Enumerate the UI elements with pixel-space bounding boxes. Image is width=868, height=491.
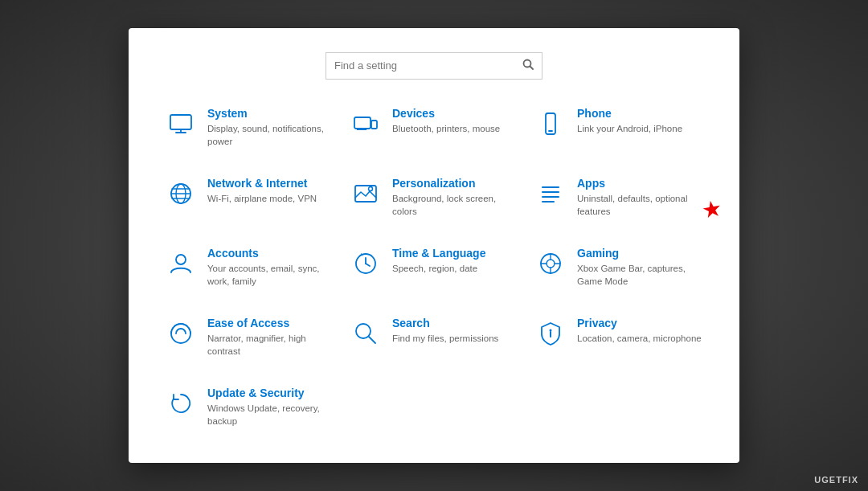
privacy-icon [535,318,566,349]
setting-item-accounts[interactable]: AccountsYour accounts, email, sync, work… [161,243,338,291]
accounts-title: Accounts [207,247,333,260]
system-desc: Display, sound, notifications, power [207,122,333,148]
gaming-text: GamingXbox Game Bar, captures, Game Mode [577,247,702,288]
devices-title: Devices [392,107,500,120]
update-desc: Windows Update, recovery, backup [207,402,333,428]
search-desc: Find my files, permissions [392,332,498,345]
devices-text: DevicesBluetooth, printers, mouse [392,107,500,135]
personalization-title: Personalization [392,177,518,190]
accounts-desc: Your accounts, email, sync, work, family [207,262,333,288]
system-icon [166,108,196,139]
network-text: Network & InternetWi-Fi, airplane mode, … [207,177,317,205]
setting-item-system[interactable]: SystemDisplay, sound, notifications, pow… [161,104,338,151]
svg-line-35 [369,337,375,343]
phone-title: Phone [577,107,682,120]
apps-title: Apps [577,177,702,190]
search-input[interactable] [334,59,522,72]
network-title: Network & Internet [207,177,317,190]
apps-desc: Uninstall, defaults, optional features [577,192,702,218]
ease-text: Ease of AccessNarrator, magnifier, high … [207,317,333,358]
update-text: Update & SecurityWindows Update, recover… [207,387,333,428]
time-icon: A [350,248,381,279]
search-row [161,52,707,80]
accounts-icon [166,248,196,279]
settings-window: SystemDisplay, sound, notifications, pow… [129,28,739,464]
gaming-title: Gaming [577,247,702,260]
gaming-icon [535,248,566,279]
svg-line-1 [530,67,534,70]
ease-icon [166,318,196,349]
system-text: SystemDisplay, sound, notifications, pow… [207,107,333,148]
apps-icon [535,178,566,209]
time-title: Time & Language [392,247,485,260]
privacy-text: PrivacyLocation, camera, microphone [577,317,702,345]
search-title: Search [392,317,498,329]
setting-item-devices[interactable]: DevicesBluetooth, printers, mouse [346,104,522,151]
update-title: Update & Security [207,387,333,399]
setting-item-ease[interactable]: Ease of AccessNarrator, magnifier, high … [161,313,338,361]
svg-point-37 [550,329,552,332]
watermark-text: UGETFIX [814,475,858,485]
settings-grid: SystemDisplay, sound, notifications, pow… [161,104,707,432]
search-icon [522,59,534,72]
privacy-desc: Location, camera, microphone [577,332,702,345]
network-desc: Wi-Fi, airplane mode, VPN [207,192,317,205]
phone-icon [535,108,566,139]
devices-icon [350,108,381,139]
privacy-title: Privacy [577,317,702,329]
gaming-desc: Xbox Game Bar, captures, Game Mode [577,262,702,288]
search-bar[interactable] [326,52,542,80]
system-title: System [207,107,333,120]
search-text: SearchFind my files, permissions [392,317,498,345]
time-desc: Speech, region, date [392,262,485,275]
personalization-icon [350,178,381,209]
setting-item-network[interactable]: Network & InternetWi-Fi, airplane mode, … [161,174,338,221]
personalization-text: PersonalizationBackground, lock screen, … [392,177,518,218]
svg-point-17 [369,186,373,190]
devices-desc: Bluetooth, printers, mouse [392,122,500,135]
network-icon [166,178,196,209]
ease-desc: Narrator, magnifier, high contrast [207,332,333,358]
time-text: Time & LanguageSpeech, region, date [392,247,485,275]
svg-rect-6 [371,121,377,129]
ease-title: Ease of Access [207,317,333,329]
svg-rect-5 [354,117,371,129]
svg-rect-2 [170,115,191,129]
search-icon [350,318,381,349]
setting-item-privacy[interactable]: PrivacyLocation, camera, microphone [530,313,707,361]
setting-item-phone[interactable]: PhoneLink your Android, iPhone [530,104,707,151]
setting-item-gaming[interactable]: GamingXbox Game Bar, captures, Game Mode [530,243,707,291]
setting-item-update[interactable]: Update & SecurityWindows Update, recover… [161,383,338,431]
svg-point-28 [547,260,555,268]
update-icon [166,388,196,419]
star-annotation: ★ [699,194,723,224]
svg-rect-8 [357,129,366,130]
personalization-desc: Background, lock screen, colors [392,192,518,218]
setting-item-search[interactable]: SearchFind my files, permissions [346,313,522,361]
phone-text: PhoneLink your Android, iPhone [577,107,682,135]
accounts-text: AccountsYour accounts, email, sync, work… [207,247,333,288]
phone-desc: Link your Android, iPhone [577,122,682,135]
svg-point-22 [176,255,186,264]
setting-item-time[interactable]: ATime & LanguageSpeech, region, date [346,243,522,291]
setting-item-apps[interactable]: AppsUninstall, defaults, optional featur… [530,174,707,221]
svg-line-25 [366,264,370,266]
setting-item-personalization[interactable]: PersonalizationBackground, lock screen, … [346,174,522,221]
svg-point-34 [356,324,371,338]
apps-text: AppsUninstall, defaults, optional featur… [577,177,702,218]
